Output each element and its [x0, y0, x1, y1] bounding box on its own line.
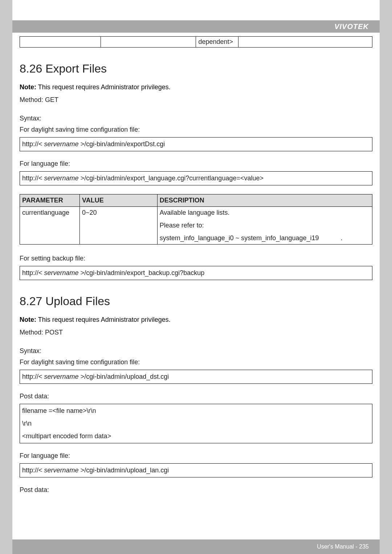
post-line-3: <multipart encoded form data>	[22, 432, 370, 440]
syntax-label-827: Syntax:	[20, 347, 372, 355]
td-param: currentlanguage	[20, 207, 80, 245]
dst-url-box-827: http://< servername >/cgi-bin/admin/uplo…	[20, 370, 372, 384]
footer-text: User's Manual - 235	[317, 543, 369, 550]
td-value: 0~20	[80, 207, 158, 245]
header-band: VIVOTEK	[12, 20, 380, 33]
post-line-1: filename =<file name>\r\n	[22, 407, 370, 415]
heading-export-files: 8.26 Export Files	[20, 62, 372, 75]
parameter-table-826: PARAMETER VALUE DESCRIPTION currentlangu…	[20, 194, 372, 245]
cont-cell-2	[101, 37, 196, 48]
url-post: >/cgi-bin/admin/upload_dst.cgi	[81, 373, 169, 380]
lang-url-box-826: http://< servername >/cgi-bin/admin/expo…	[20, 171, 372, 185]
note-827: Note: This request requires Administrato…	[20, 316, 372, 324]
th-value: VALUE	[80, 194, 158, 207]
cont-cell-3: dependent>	[196, 37, 238, 48]
cont-cell-1	[20, 37, 101, 48]
url-post: >/cgi-bin/admin/upload_lan.cgi	[81, 467, 169, 474]
heading-upload-files: 8.27 Upload Files	[20, 295, 372, 308]
syntax-label-826: Syntax:	[20, 115, 372, 122]
dst-label-827: For daylight saving time configuration f…	[20, 358, 372, 366]
page: VIVOTEK dependent> 8.26 Export Files Not…	[12, 0, 380, 554]
cont-cell-4	[238, 37, 372, 48]
url-servername: servername	[44, 140, 79, 148]
brand-logo: VIVOTEK	[334, 22, 369, 31]
note-826: Note: This request requires Administrato…	[20, 83, 372, 91]
note-text: This request requires Administrator priv…	[38, 316, 171, 323]
postdata-label-827: Post data:	[20, 393, 372, 400]
note-text: This request requires Administrator priv…	[38, 83, 171, 91]
url-pre: http://<	[22, 269, 42, 276]
lang-url-box-827: http://< servername >/cgi-bin/admin/uplo…	[20, 463, 372, 477]
url-servername: servername	[44, 373, 79, 380]
dst-url-box-826: http://< servername >/cgi-bin/admin/expo…	[20, 137, 372, 151]
footer-band: User's Manual - 235	[12, 539, 380, 554]
td-desc: Available language lists. Please refer t…	[157, 207, 372, 245]
url-pre: http://<	[22, 373, 42, 380]
lang-label-827: For language file:	[20, 452, 372, 460]
url-servername: servername	[44, 269, 79, 276]
url-servername: servername	[44, 467, 79, 474]
lang-label-826: For language file:	[20, 160, 372, 168]
postdata-label2-827: Post data:	[20, 486, 372, 494]
th-parameter: PARAMETER	[20, 194, 80, 207]
note-label: Note:	[20, 83, 36, 91]
method-827: Method: POST	[20, 329, 372, 336]
url-pre: http://<	[22, 140, 42, 148]
th-description: DESCRIPTION	[157, 194, 372, 207]
backup-url-box-826: http://< servername >/cgi-bin/admin/expo…	[20, 266, 372, 280]
desc-line-2: Please refer to:	[160, 222, 370, 229]
url-pre: http://<	[22, 467, 42, 474]
postdata-box-827: filename =<file name>\r\n \r\n <multipar…	[20, 404, 372, 443]
url-servername: servername	[44, 175, 79, 182]
method-826: Method: GET	[20, 96, 372, 104]
dst-label-826: For daylight saving time configuration f…	[20, 126, 372, 134]
desc-line-1: Available language lists.	[160, 209, 370, 217]
url-post: >/cgi-bin/admin/export_language.cgi?curr…	[81, 175, 264, 182]
url-post: >/cgi-bin/admin/export_backup.cgi?backup	[81, 269, 205, 276]
url-post: >/cgi-bin/admin/exportDst.cgi	[81, 140, 165, 148]
url-pre: http://<	[22, 175, 42, 182]
desc-line-3: system_info_language_i0 ~ system_info_la…	[160, 234, 370, 242]
content-area: dependent> 8.26 Export Files Note: This …	[20, 36, 372, 497]
backup-label-826: For setting backup file:	[20, 255, 372, 262]
post-line-2: \r\n	[22, 420, 370, 427]
note-label: Note:	[20, 316, 36, 323]
continuation-table: dependent>	[20, 36, 372, 48]
